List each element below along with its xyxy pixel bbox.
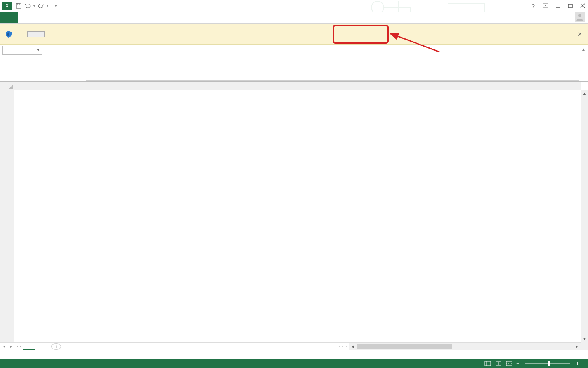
title-bar: X ▾ ▾ ▾ ? (0, 0, 588, 12)
ribbon-tabs (0, 12, 588, 24)
view-normal-icon[interactable] (482, 360, 493, 367)
maximize-button[interactable] (565, 0, 576, 11)
svg-rect-7 (568, 4, 572, 8)
qat-undo-button[interactable] (23, 1, 32, 10)
view-buttons (482, 360, 515, 367)
qat-undo-dropdown[interactable]: ▾ (32, 1, 36, 10)
qat-save-button[interactable] (14, 1, 23, 10)
qat-redo-button[interactable] (36, 1, 45, 10)
svg-rect-15 (496, 361, 498, 366)
status-bar: − + (0, 359, 588, 368)
scroll-down-icon[interactable]: ▼ (581, 335, 588, 342)
vertical-scrollbar[interactable]: ▲ ▼ (581, 90, 588, 342)
scroll-up-icon[interactable]: ▲ (581, 90, 588, 97)
formula-bar: ▼ ▲ (0, 45, 588, 82)
close-button[interactable] (577, 0, 588, 11)
qat-customize-dropdown[interactable]: ▾ (51, 1, 60, 10)
svg-rect-17 (506, 361, 512, 366)
name-box[interactable]: ▼ (2, 46, 42, 55)
sheet-tab-bar: ◂ ▸ ⋯ + ⋮⋮⋮ (0, 342, 349, 350)
tab-page-layout[interactable] (45, 12, 58, 23)
tab-formulas[interactable] (58, 12, 71, 23)
minimize-button[interactable] (553, 0, 563, 11)
svg-rect-0 (16, 3, 21, 8)
zoom-out-button[interactable]: − (515, 361, 521, 366)
name-box-dropdown-icon[interactable]: ▼ (36, 48, 40, 52)
window-controls: ? (526, 0, 588, 12)
spreadsheet-grid: ▲ ▼ ◂ ▸ ⋯ + ⋮⋮⋮ ◀ ▶ (0, 82, 588, 350)
svg-rect-16 (499, 361, 501, 366)
tab-bar-resize-grip[interactable]: ⋮⋮⋮ (338, 344, 347, 349)
zoom-slider[interactable] (525, 363, 570, 364)
tab-review[interactable] (84, 12, 97, 23)
formula-buttons (42, 46, 83, 55)
tab-file[interactable] (0, 12, 18, 23)
sheet-nav-menu-icon[interactable]: ⋯ (15, 344, 23, 349)
svg-rect-1 (17, 3, 19, 5)
zoom-in-button[interactable]: + (574, 361, 581, 366)
scroll-corner (581, 342, 588, 350)
help-button[interactable]: ? (528, 0, 538, 11)
tab-data[interactable] (71, 12, 84, 23)
sheet-tab-stats[interactable] (35, 343, 47, 350)
protected-view-bar: ✕ (0, 24, 588, 45)
user-account-icon[interactable] (575, 12, 585, 22)
sheet-tab-input[interactable] (23, 343, 35, 350)
sheet-nav-first-icon[interactable]: ◂ (0, 344, 7, 349)
select-all-corner[interactable] (0, 82, 14, 90)
scroll-thumb[interactable] (357, 344, 452, 349)
ribbon-display-button[interactable] (540, 0, 551, 11)
enable-editing-button[interactable] (27, 31, 45, 37)
sheet-nav-prev-icon[interactable]: ▸ (7, 344, 15, 349)
excel-logo-icon: X (2, 2, 12, 10)
protected-view-close-icon[interactable]: ✕ (577, 31, 582, 38)
view-page-layout-icon[interactable] (493, 360, 504, 367)
view-page-break-icon[interactable] (504, 360, 515, 367)
qat-redo-dropdown[interactable]: ▾ (45, 1, 50, 10)
formula-bar-expand-icon[interactable]: ▲ (579, 45, 588, 81)
add-sheet-button[interactable]: + (51, 343, 61, 350)
shield-icon (5, 30, 12, 38)
column-headers (0, 82, 581, 90)
horizontal-scrollbar[interactable]: ◀ ▶ (349, 342, 581, 350)
svg-point-10 (578, 14, 581, 17)
tab-insert[interactable] (31, 12, 45, 23)
scroll-right-icon[interactable]: ▶ (574, 345, 581, 349)
tab-home[interactable] (18, 12, 31, 23)
row-headers (0, 90, 14, 342)
tab-view[interactable] (97, 12, 111, 23)
svg-rect-12 (485, 361, 491, 366)
scroll-left-icon[interactable]: ◀ (349, 345, 356, 349)
cells-area[interactable] (14, 90, 581, 342)
formula-input[interactable] (86, 46, 579, 81)
